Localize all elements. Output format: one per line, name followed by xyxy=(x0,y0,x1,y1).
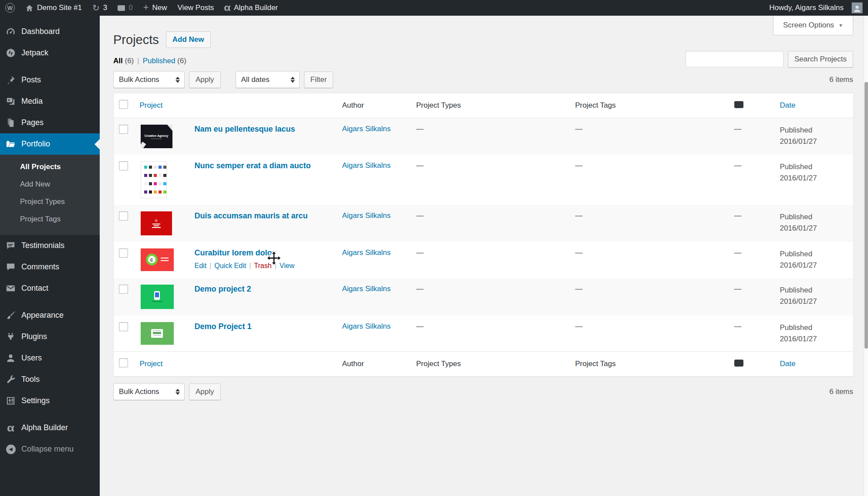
filter-button[interactable]: Filter xyxy=(304,71,334,88)
column-footer-project[interactable]: Project xyxy=(135,352,338,377)
bulk-actions-select-bottom[interactable]: Bulk Actions xyxy=(113,383,185,400)
sidebar-item-collapse-menu[interactable]: ◀ Collapse menu xyxy=(0,438,100,460)
column-header-project-types: Project Types xyxy=(412,93,571,118)
sidebar-item-jetpack[interactable]: Jetpack xyxy=(0,42,100,64)
view-posts-menu[interactable]: View Posts xyxy=(172,0,220,16)
search-input[interactable] xyxy=(686,51,784,67)
project-title-link[interactable]: Demo project 2 xyxy=(195,285,251,294)
sidebar-item-tools[interactable]: Tools xyxy=(0,369,100,390)
select-all-checkbox[interactable] xyxy=(119,100,128,109)
sidebar-item-settings[interactable]: Settings xyxy=(0,390,100,411)
bulk-actions-select[interactable]: Bulk Actions xyxy=(113,71,185,88)
all-dates-select[interactable]: All dates xyxy=(236,71,300,88)
scrollbar-track[interactable] xyxy=(864,16,868,496)
sidebar-item-label: Appearance xyxy=(21,311,64,320)
project-title-link[interactable]: Nunc semper erat a diam aucto xyxy=(195,161,311,170)
edit-link[interactable]: Edit xyxy=(195,262,207,270)
table-row: ♔ Duis accumsan mauris at arcu Aigars Si… xyxy=(114,205,854,242)
sidebar-item-appearance[interactable]: Appearance xyxy=(0,305,100,326)
thumbnail-keep-calm: ♔ xyxy=(141,211,172,235)
thumbnail-portfolio-grid xyxy=(141,161,167,198)
apply-button[interactable]: Apply xyxy=(189,71,221,88)
site-name-label: Demo Site #1 xyxy=(37,3,82,12)
column-footer-date[interactable]: Date xyxy=(776,352,854,377)
table-footer-row: Project Author Project Types Project Tag… xyxy=(114,352,854,377)
move-cursor-icon xyxy=(265,250,283,268)
sidebar-item-pages[interactable]: Pages xyxy=(0,112,100,133)
account-menu[interactable]: Howdy, Aigars Silkalns xyxy=(764,2,868,14)
select-all-checkbox[interactable] xyxy=(119,358,128,367)
add-new-button[interactable]: Add New xyxy=(166,31,211,48)
sidebar-item-comments[interactable]: Comments xyxy=(0,256,100,278)
sidebar-item-all-projects[interactable]: All Projects xyxy=(0,158,100,176)
sidebar-item-media[interactable]: Media xyxy=(0,91,100,112)
table-toolbar-top: Bulk Actions Apply All dates Filter 6 it… xyxy=(113,71,853,88)
author-link[interactable]: Aigars Silkalns xyxy=(342,211,391,220)
pages-icon xyxy=(5,117,16,128)
comments-menu[interactable]: 0 xyxy=(112,0,138,16)
folder-icon xyxy=(5,139,16,149)
site-name-menu[interactable]: Demo Site #1 xyxy=(20,0,87,16)
sidebar-item-contact[interactable]: Contact xyxy=(0,278,100,299)
project-title-link[interactable]: Demo Project 1 xyxy=(195,322,252,331)
sidebar-item-users[interactable]: Users xyxy=(0,347,100,369)
sidebar-item-portfolio[interactable]: Portfolio xyxy=(0,133,100,155)
row-checkbox[interactable] xyxy=(119,161,128,170)
select-arrows-icon xyxy=(176,389,180,395)
new-label: New xyxy=(152,3,167,12)
sidebar-item-alpha-builder[interactable]: α Alpha Builder xyxy=(0,417,100,438)
alpha-builder-menu[interactable]: α Alpha Builder xyxy=(219,0,283,16)
sidebar-item-add-new[interactable]: Add New xyxy=(0,176,100,193)
comments-value: — xyxy=(734,211,742,220)
filter-all-link[interactable]: All (6) xyxy=(113,57,134,65)
howdy-label: Howdy, Aigars Silkalns xyxy=(769,3,844,12)
column-footer-project-types: Project Types xyxy=(412,352,571,377)
screen-options-tab[interactable]: Screen Options ▼ xyxy=(773,16,853,35)
updates-icon: ↻ xyxy=(92,3,100,12)
row-checkbox[interactable] xyxy=(119,285,128,294)
sidebar-item-testimonials[interactable]: Testimonials xyxy=(0,235,100,256)
sidebar-item-project-types[interactable]: Project Types xyxy=(0,193,100,211)
project-types-value: — xyxy=(416,161,424,170)
sidebar-item-dashboard[interactable]: Dashboard xyxy=(0,21,100,42)
sidebar-item-plugins[interactable]: Plugins xyxy=(0,326,100,347)
avatar xyxy=(851,2,863,14)
sidebar-item-label: Comments xyxy=(21,262,59,272)
wordpress-logo-menu[interactable]: W xyxy=(0,0,20,16)
sidebar-item-label: Portfolio xyxy=(21,139,50,149)
row-checkbox[interactable] xyxy=(119,211,128,221)
author-link[interactable]: Aigars Silkalns xyxy=(342,248,391,257)
column-header-author: Author xyxy=(338,93,412,118)
filter-published-link[interactable]: Published (6) xyxy=(143,57,186,65)
project-title-link[interactable]: Curabitur lorem dolor xyxy=(195,248,275,258)
row-checkbox[interactable] xyxy=(119,322,128,331)
scrollbar-thumb[interactable] xyxy=(865,82,868,349)
sidebar-item-label: Users xyxy=(21,353,42,363)
apply-button-bottom[interactable]: Apply xyxy=(189,384,221,400)
author-link[interactable]: Aigars Silkalns xyxy=(342,322,391,330)
author-link[interactable]: Aigars Silkalns xyxy=(342,125,391,133)
sidebar-item-posts[interactable]: Posts xyxy=(0,69,100,91)
brush-icon xyxy=(5,310,16,321)
project-title-link[interactable]: Nam eu pellentesque lacus xyxy=(195,125,295,134)
comments-bubble-icon xyxy=(118,5,125,11)
column-header-project[interactable]: Project xyxy=(135,93,338,118)
sidebar-item-label: Settings xyxy=(21,396,50,405)
author-link[interactable]: Aigars Silkalns xyxy=(342,285,391,293)
sidebar-item-label: Contact xyxy=(21,284,48,293)
updates-menu[interactable]: ↻ 3 xyxy=(87,0,112,16)
alpha-icon: α xyxy=(4,422,17,433)
column-header-date[interactable]: Date xyxy=(776,93,854,118)
date-value: Published2016/01/27 xyxy=(780,125,849,148)
project-title-link[interactable]: Duis accumsan mauris at arcu xyxy=(195,211,308,221)
row-checkbox[interactable] xyxy=(119,125,128,134)
row-checkbox[interactable] xyxy=(119,248,128,258)
sidebar-item-project-tags[interactable]: Project Tags xyxy=(0,211,100,228)
jetpack-icon xyxy=(5,48,16,58)
search-projects-button[interactable]: Search Projects xyxy=(788,51,853,68)
submenu-label: Project Tags xyxy=(20,215,61,223)
table-header-row: Project Author Project Types Project Tag… xyxy=(114,93,854,118)
quick-edit-link[interactable]: Quick Edit xyxy=(214,262,246,270)
new-content-menu[interactable]: + New xyxy=(138,0,172,16)
author-link[interactable]: Aigars Silkalns xyxy=(342,161,391,170)
